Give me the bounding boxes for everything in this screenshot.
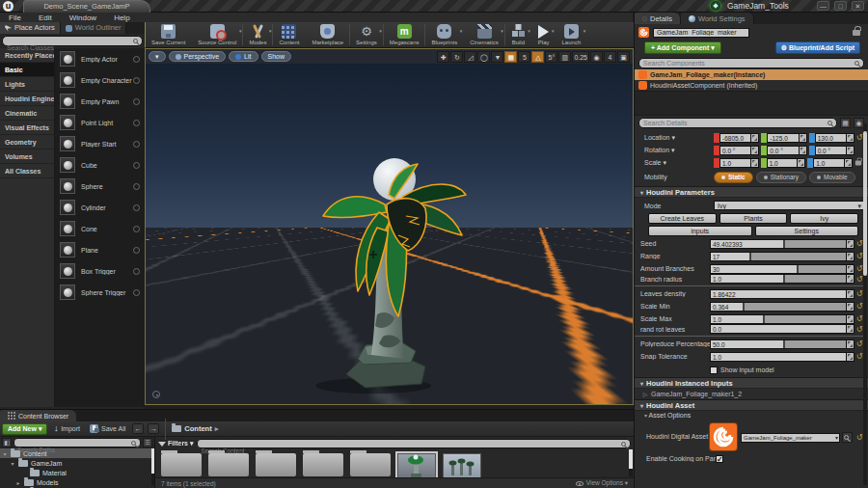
place-category[interactable]: Visual Effects — [0, 121, 54, 135]
drag-handle-icon[interactable] — [133, 289, 140, 296]
param-slider-field[interactable]: 1.86422 — [710, 289, 847, 299]
asset-folder[interactable] — [256, 453, 296, 476]
expand-icon[interactable]: ▷ — [642, 391, 648, 397]
asset-folder[interactable] — [350, 453, 391, 476]
param-slider-field[interactable]: 30 — [710, 264, 847, 274]
grid-view-icon[interactable]: ▦ — [840, 118, 851, 128]
scale-snap-icon[interactable]: ▥ — [558, 51, 571, 63]
toolbar-button[interactable]: Cinematics ▾ — [466, 22, 502, 47]
rotation-y-field[interactable]: 0.0 ° — [767, 146, 799, 155]
save-all-button[interactable]: Save All — [87, 424, 128, 433]
place-category[interactable]: Basic — [0, 63, 54, 77]
spinbox-icon[interactable] — [847, 352, 854, 362]
place-category[interactable]: All Classes — [0, 164, 54, 178]
toolbar-button[interactable]: Build ▾ — [507, 22, 529, 47]
spinbox-icon[interactable] — [847, 252, 854, 261]
preset-button[interactable]: Create Leaves — [648, 213, 717, 224]
angle-snap-icon[interactable]: △ — [531, 51, 544, 63]
spinbox-icon[interactable] — [847, 324, 854, 334]
location-z-field[interactable]: 130.0 — [815, 133, 847, 143]
drag-handle-icon[interactable] — [133, 247, 140, 254]
search-content[interactable] — [197, 439, 631, 448]
spinbox-icon[interactable] — [800, 133, 807, 143]
foliage-totem-actor[interactable] — [310, 112, 474, 401]
rotation-x-field[interactable]: 0.0 ° — [719, 146, 751, 155]
add-component-button[interactable]: + Add Component ▾ — [644, 41, 721, 54]
scale-lock-icon[interactable] — [855, 160, 861, 165]
scale-tool-icon[interactable]: ◿ — [464, 51, 476, 63]
place-category[interactable]: Houdini Engine — [0, 92, 54, 106]
param-slider-field[interactable]: 1.0 — [710, 274, 847, 284]
dropdown-caret-icon[interactable]: ▾ — [239, 28, 242, 34]
tree-row[interactable]: ▾ GameJam — [0, 458, 154, 468]
tab-details[interactable]: Details — [635, 13, 681, 24]
preset-button[interactable]: Ivy — [790, 213, 858, 224]
mobility-static-button[interactable]: Static — [714, 172, 753, 183]
component-row[interactable]: GameJam_Foliage_maker(Instance) — [635, 69, 868, 80]
menu-item[interactable]: File — [0, 14, 30, 22]
actor-name-field[interactable] — [653, 28, 749, 38]
spinbox-icon[interactable] — [847, 239, 854, 249]
mode-dropdown[interactable]: Ivy — [714, 201, 864, 210]
spinbox-icon[interactable] — [800, 146, 807, 155]
asset-thumbnail-selected[interactable] — [397, 453, 436, 478]
drag-handle-icon[interactable] — [133, 141, 140, 148]
dropdown-caret-icon[interactable]: ▾ — [379, 28, 382, 34]
enable-cooking-checkbox[interactable] — [716, 455, 723, 463]
place-item[interactable]: Empty Character — [55, 69, 145, 91]
dropdown-caret-icon[interactable]: ▾ — [501, 28, 503, 34]
houdini-asset-header[interactable]: ▾Houdini Asset — [635, 399, 868, 411]
drag-handle-icon[interactable] — [133, 226, 140, 232]
toolbar-button[interactable]: Settings ▾ — [352, 22, 381, 47]
param-slider-field[interactable]: 50.0 — [710, 339, 847, 349]
add-new-button[interactable]: Add New ▾ — [2, 423, 47, 435]
toolbar-button[interactable]: Launch ▾ — [558, 22, 585, 47]
scrollbar-thumb[interactable] — [863, 131, 867, 276]
scale-snap-value[interactable]: 0.25 — [572, 51, 589, 63]
tree-row[interactable]: Material — [0, 468, 154, 477]
place-item[interactable]: Box Trigger — [55, 260, 145, 282]
toolbar-button[interactable]: Content ▾ — [275, 22, 303, 47]
spinbox-icon[interactable] — [751, 146, 759, 155]
menu-item[interactable]: Help — [105, 14, 138, 22]
toolbar-button[interactable]: Marketplace ▾ — [308, 22, 347, 47]
spinbox-icon[interactable] — [847, 264, 854, 274]
camera-mode-button[interactable]: Perspective — [169, 51, 227, 62]
grid-snap-value[interactable]: 5 — [518, 51, 530, 63]
forward-button[interactable]: → — [148, 423, 159, 434]
search-paths-input[interactable] — [14, 447, 140, 454]
drag-handle-icon[interactable] — [133, 56, 140, 63]
dropdown-caret-icon[interactable]: ▾ — [460, 28, 463, 34]
dropdown-caret-icon[interactable]: ▾ — [552, 28, 555, 34]
scale-z-field[interactable]: 1.0 — [813, 158, 845, 168]
place-item[interactable]: Player Start — [55, 133, 145, 154]
scrollbar-thumb[interactable] — [151, 448, 154, 474]
drag-handle-icon[interactable] — [133, 98, 140, 105]
view-mode-button[interactable]: Lit — [229, 51, 258, 62]
place-category[interactable]: Lights — [0, 77, 54, 92]
level-tab[interactable]: Demo_Scene_GameJamP — [23, 0, 150, 13]
translate-tool-icon[interactable]: ✚ — [437, 51, 449, 63]
search-paths[interactable] — [14, 438, 141, 447]
drag-handle-icon[interactable] — [133, 162, 140, 169]
tab-world-outliner[interactable]: World Outliner — [61, 22, 127, 34]
instanced-input-item[interactable]: ▷ GameJam_Foliage_maker1_2 — [635, 389, 868, 399]
folder-tab-button[interactable]: inputs — [648, 226, 752, 236]
component-row[interactable]: HoudiniAssetComponent (Inherited) — [635, 80, 868, 91]
place-item[interactable]: Empty Actor — [55, 48, 145, 69]
details-scrollbar[interactable] — [863, 123, 867, 485]
level-viewport[interactable]: ▾ Perspective Lit Show ✚ ↻ ◿ ◯ ▼ ▦ 5 △ 5… — [145, 48, 634, 405]
search-components[interactable] — [638, 58, 864, 68]
sources-toggle-icon[interactable]: ◧ — [2, 438, 12, 447]
spinbox-icon[interactable] — [751, 133, 759, 143]
spinbox-icon[interactable] — [847, 314, 854, 324]
spinbox-icon[interactable] — [847, 302, 854, 312]
place-item[interactable]: Empty Pawn — [55, 91, 145, 112]
spinbox-icon[interactable] — [847, 133, 854, 143]
show-flags-button[interactable]: Show — [261, 51, 292, 62]
toolbar-button[interactable]: Modes ▾ — [245, 22, 270, 47]
spinbox-icon[interactable] — [798, 158, 805, 168]
spinbox-icon[interactable] — [845, 158, 853, 168]
tree-row[interactable]: ▸ Models — [0, 477, 154, 487]
spinbox-icon[interactable] — [847, 339, 854, 349]
